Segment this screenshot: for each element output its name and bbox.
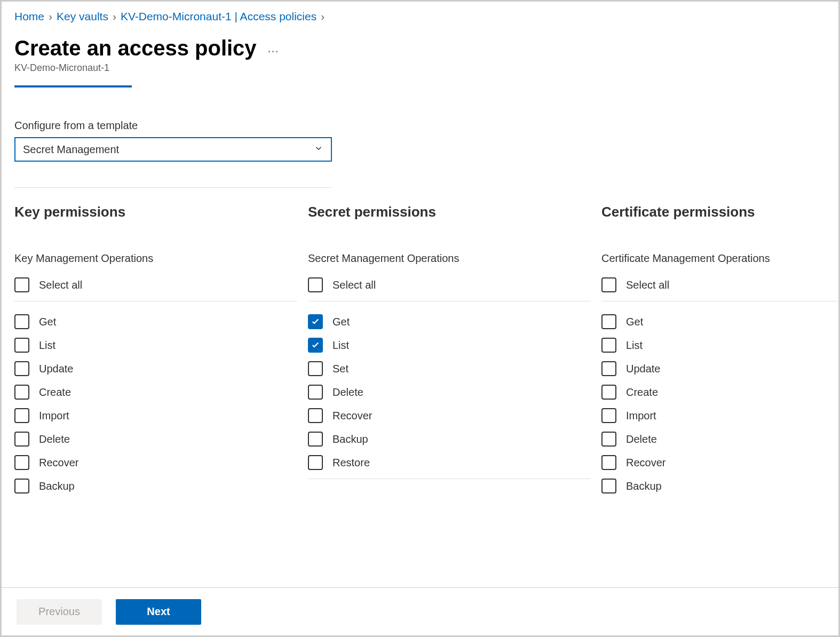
- chevron-right-icon: ›: [109, 8, 120, 25]
- permission-row[interactable]: Update: [14, 357, 297, 380]
- next-button[interactable]: Next: [116, 599, 201, 625]
- permissions-columns: Key permissions Key Management Operation…: [14, 204, 826, 498]
- permission-label: Recover: [626, 457, 665, 469]
- checkbox-icon[interactable]: [601, 361, 616, 376]
- permission-label: List: [332, 339, 349, 352]
- breadcrumb-access-policies[interactable]: KV-Demo-Micronaut-1 | Access policies: [121, 8, 316, 25]
- permission-row[interactable]: List: [308, 333, 591, 357]
- checkbox-icon[interactable]: [14, 455, 29, 470]
- secret-permissions-heading: Secret permissions: [308, 204, 591, 220]
- breadcrumb-home[interactable]: Home: [14, 8, 44, 25]
- permission-label: Get: [332, 316, 350, 328]
- permission-row[interactable]: Backup: [14, 474, 297, 498]
- checkbox-icon[interactable]: [308, 314, 323, 329]
- permission-label: Import: [626, 410, 656, 422]
- secret-select-all-label: Select all: [332, 279, 376, 291]
- permission-row[interactable]: Delete: [601, 427, 838, 451]
- permission-label: Set: [332, 363, 348, 375]
- key-permissions-list: GetListUpdateCreateImportDeleteRecoverBa…: [14, 310, 297, 498]
- permission-row[interactable]: Create: [601, 380, 838, 404]
- checkbox-icon[interactable]: [601, 408, 616, 423]
- previous-button[interactable]: Previous: [17, 599, 102, 625]
- permission-row[interactable]: List: [14, 333, 297, 357]
- certificate-select-all-label: Select all: [626, 279, 669, 291]
- page-subtitle: KV-Demo-Micronaut-1: [14, 62, 826, 74]
- checkbox-icon[interactable]: [14, 385, 29, 400]
- checkbox-icon[interactable]: [308, 361, 323, 376]
- key-select-all-label: Select all: [39, 279, 82, 291]
- page-content: Home › Key vaults › KV-Demo-Micronaut-1 …: [2, 2, 838, 587]
- key-select-all-row[interactable]: Select all: [14, 273, 297, 297]
- permission-label: Backup: [332, 433, 368, 445]
- checkbox-icon[interactable]: [14, 361, 29, 376]
- permission-row[interactable]: Recover: [601, 451, 838, 474]
- permission-label: Create: [39, 386, 71, 399]
- divider: [308, 301, 591, 301]
- secret-permissions-list: GetListSetDeleteRecoverBackupRestore: [308, 310, 591, 474]
- permission-row[interactable]: Get: [308, 310, 591, 333]
- permission-label: List: [626, 339, 643, 352]
- permission-row[interactable]: Import: [601, 404, 838, 427]
- more-actions-icon[interactable]: …: [267, 33, 281, 54]
- permission-row[interactable]: Backup: [601, 474, 838, 498]
- page-frame: Home › Key vaults › KV-Demo-Micronaut-1 …: [0, 0, 840, 637]
- key-management-subheading: Key Management Operations: [14, 252, 297, 265]
- checkbox-icon[interactable]: [14, 338, 29, 353]
- checkbox-icon[interactable]: [601, 338, 616, 353]
- permission-label: Get: [626, 316, 643, 328]
- checkbox-icon[interactable]: [308, 455, 323, 470]
- permission-row[interactable]: Import: [14, 404, 297, 427]
- permission-label: Delete: [626, 433, 657, 445]
- checkbox-icon[interactable]: [601, 432, 616, 447]
- permission-label: List: [39, 339, 56, 352]
- permission-row[interactable]: Restore: [308, 451, 591, 474]
- checkbox-icon[interactable]: [308, 432, 323, 447]
- checkbox-icon[interactable]: [601, 479, 616, 493]
- checkbox-icon[interactable]: [308, 338, 323, 353]
- checkbox-icon[interactable]: [14, 432, 29, 447]
- template-label: Configure from a template: [14, 120, 826, 132]
- permission-row[interactable]: Get: [601, 310, 838, 333]
- permission-label: Delete: [332, 386, 363, 399]
- checkbox-icon[interactable]: [308, 408, 323, 423]
- permission-row[interactable]: Delete: [308, 380, 591, 404]
- secret-select-all-row[interactable]: Select all: [308, 273, 591, 297]
- page-title: Create an access policy: [14, 36, 257, 60]
- chevron-down-icon: [314, 144, 323, 156]
- checkbox-icon[interactable]: [601, 314, 616, 329]
- template-selected-value: Secret Management: [23, 144, 119, 156]
- certificate-select-all-row[interactable]: Select all: [601, 273, 838, 297]
- permission-label: Create: [626, 386, 658, 399]
- permission-row[interactable]: Update: [601, 357, 838, 380]
- template-select[interactable]: Secret Management: [14, 137, 332, 162]
- permission-label: Update: [626, 363, 661, 375]
- chevron-right-icon: ›: [45, 8, 56, 25]
- checkbox-icon[interactable]: [14, 479, 29, 493]
- chevron-right-icon: ›: [318, 8, 328, 25]
- permission-row[interactable]: List: [601, 333, 838, 357]
- checkbox-icon[interactable]: [601, 385, 616, 400]
- permission-row[interactable]: Create: [14, 380, 297, 404]
- divider: [601, 301, 838, 301]
- permission-label: Delete: [39, 433, 70, 445]
- checkbox-icon[interactable]: [14, 314, 29, 329]
- permission-label: Recover: [39, 457, 78, 469]
- checkbox-icon[interactable]: [601, 277, 616, 292]
- checkbox-icon[interactable]: [601, 455, 616, 470]
- permission-row[interactable]: Set: [308, 357, 591, 380]
- certificate-permissions-list: GetListUpdateCreateImportDeleteRecoverBa…: [601, 310, 838, 498]
- checkbox-icon[interactable]: [14, 277, 29, 292]
- permission-label: Backup: [626, 480, 662, 492]
- checkbox-icon[interactable]: [308, 385, 323, 400]
- permission-row[interactable]: Recover: [14, 451, 297, 474]
- permission-row[interactable]: Delete: [14, 427, 297, 451]
- permission-row[interactable]: Recover: [308, 404, 591, 427]
- checkbox-icon[interactable]: [308, 277, 323, 292]
- breadcrumb: Home › Key vaults › KV-Demo-Micronaut-1 …: [14, 8, 826, 25]
- checkbox-icon[interactable]: [14, 408, 29, 423]
- key-permissions-heading: Key permissions: [14, 204, 297, 220]
- permission-row[interactable]: Get: [14, 310, 297, 333]
- permission-row[interactable]: Backup: [308, 427, 591, 451]
- breadcrumb-key-vaults[interactable]: Key vaults: [57, 8, 108, 25]
- permission-label: Get: [39, 316, 56, 328]
